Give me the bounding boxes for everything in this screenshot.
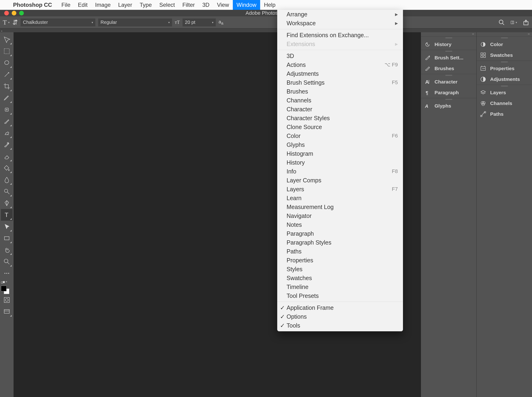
menuitem-application-frame[interactable]: ✓Application Frame — [277, 303, 403, 312]
menuitem-layers[interactable]: LayersF7 — [277, 185, 403, 194]
panel-tab-layers[interactable]: Layers — [477, 87, 532, 98]
panel-grip[interactable] — [421, 74, 476, 76]
menuitem-brush-settings[interactable]: Brush SettingsF5 — [277, 78, 403, 87]
menuitem-character-styles[interactable]: Character Styles — [277, 114, 403, 123]
move-tool[interactable] — [1, 34, 13, 45]
share-button[interactable] — [523, 19, 529, 26]
panel-tab-properties[interactable]: Properties — [477, 63, 532, 74]
panel-tab-character[interactable]: ACharacter — [421, 76, 476, 87]
menuitem-actions[interactable]: Actions⌥ F9 — [277, 60, 403, 69]
menu-file[interactable]: File — [58, 0, 74, 10]
collapse-panels-button[interactable]: ‹‹ — [421, 32, 476, 37]
search-button[interactable] — [498, 19, 505, 26]
menu-image[interactable]: Image — [92, 0, 115, 10]
menuitem-history[interactable]: History — [277, 158, 403, 167]
collapse-panels-button[interactable]: ‹‹ — [477, 32, 532, 37]
font-size-dropdown[interactable]: 20 pt ▾ — [183, 19, 216, 26]
zoom-tool[interactable] — [1, 256, 13, 267]
swap-default-colors[interactable] — [1, 280, 9, 284]
menu-view[interactable]: View — [213, 0, 233, 10]
menu-select[interactable]: Select — [155, 0, 179, 10]
marquee-tool[interactable] — [1, 45, 13, 57]
menuitem-glyphs[interactable]: Glyphs — [277, 140, 403, 149]
menuitem-notes[interactable]: Notes — [277, 220, 403, 229]
panel-tab-brushes[interactable]: Brushes — [421, 63, 476, 74]
menu-edit[interactable]: Edit — [74, 0, 91, 10]
menuitem-find-extensions-on-exchange[interactable]: Find Extensions on Exchange... — [277, 31, 403, 39]
menu-3d[interactable]: 3D — [199, 0, 214, 10]
menuitem-3d[interactable]: 3D — [277, 51, 403, 60]
menuitem-histogram[interactable]: Histogram — [277, 149, 403, 158]
rectangle-tool[interactable] — [1, 232, 13, 244]
panel-tab-color[interactable]: Color — [477, 39, 532, 50]
screen-mode-toggle[interactable] — [1, 306, 13, 317]
menuitem-brushes[interactable]: Brushes — [277, 87, 403, 96]
menuitem-paths[interactable]: Paths — [277, 247, 403, 256]
panel-tab-channels[interactable]: Channels — [477, 98, 532, 109]
menuitem-learn[interactable]: Learn — [277, 194, 403, 203]
panel-tab-brush-sett[interactable]: Brush Sett... — [421, 52, 476, 63]
menu-help[interactable]: Help — [260, 0, 279, 10]
blur-tool[interactable] — [1, 174, 13, 186]
text-orientation-toggle[interactable]: ⇵T — [12, 19, 18, 26]
panel-tab-history[interactable]: History — [421, 39, 476, 50]
hand-tool[interactable] — [1, 244, 13, 256]
panel-tab-swatches[interactable]: Swatches — [477, 50, 532, 61]
more-tools[interactable] — [1, 267, 13, 279]
menuitem-properties[interactable]: Properties — [277, 256, 403, 265]
menuitem-paragraph-styles[interactable]: Paragraph Styles — [277, 238, 403, 247]
panel-tab-glyphs[interactable]: AGlyphs — [421, 100, 476, 111]
expand-docs-icon[interactable]: » — [0, 30, 2, 32]
clone-stamp-tool[interactable] — [1, 127, 13, 139]
panel-grip[interactable] — [477, 37, 532, 39]
panel-grip[interactable] — [421, 37, 476, 39]
menu-window[interactable]: Window — [233, 0, 260, 10]
menuitem-character[interactable]: Character — [277, 105, 403, 114]
pen-tool[interactable] — [1, 197, 13, 209]
tool-preset-picker[interactable]: T ▾ — [3, 19, 10, 26]
fg-bg-swatches[interactable] — [1, 286, 9, 294]
menuitem-timeline[interactable]: Timeline — [277, 282, 403, 291]
anti-alias-dropdown[interactable]: aa — [219, 19, 223, 26]
panel-tab-paragraph[interactable]: ¶Paragraph — [421, 87, 476, 98]
font-family-dropdown[interactable]: Chalkduster ▾ — [21, 19, 95, 26]
paint-bucket-tool[interactable] — [1, 162, 13, 174]
menuitem-tool-presets[interactable]: Tool Presets — [277, 291, 403, 300]
menu-filter[interactable]: Filter — [179, 0, 198, 10]
menuitem-color[interactable]: ColorF6 — [277, 131, 403, 140]
menuitem-tools[interactable]: ✓Tools — [277, 321, 403, 330]
menuitem-clone-source[interactable]: Clone Source — [277, 123, 403, 131]
quick-mask-toggle[interactable] — [1, 294, 13, 306]
menuitem-arrange[interactable]: Arrange▶ — [277, 10, 403, 19]
panel-grip[interactable] — [477, 85, 532, 87]
menu-type[interactable]: Type — [136, 0, 155, 10]
window-zoom-button[interactable] — [19, 11, 24, 15]
path-select-tool[interactable] — [1, 221, 13, 232]
workspace-switcher[interactable]: ▾ — [510, 19, 517, 26]
history-brush-tool[interactable] — [1, 139, 13, 151]
menuitem-styles[interactable]: Styles — [277, 265, 403, 273]
dodge-tool[interactable] — [1, 186, 13, 197]
menuitem-paragraph[interactable]: Paragraph — [277, 229, 403, 238]
brush-tool[interactable] — [1, 116, 13, 127]
panel-tab-paths[interactable]: Paths — [477, 109, 532, 119]
menuitem-swatches[interactable]: Swatches — [277, 273, 403, 282]
panel-grip[interactable] — [421, 98, 476, 100]
menu-layer[interactable]: Layer — [114, 0, 136, 10]
window-minimize-button[interactable] — [12, 11, 16, 15]
menuitem-options[interactable]: ✓Options — [277, 312, 403, 321]
crop-tool[interactable] — [1, 81, 13, 92]
panel-grip[interactable] — [421, 50, 476, 52]
magic-wand-tool[interactable] — [1, 69, 13, 81]
font-style-dropdown[interactable]: Regular ▾ — [98, 19, 172, 26]
eraser-tool[interactable] — [1, 151, 13, 162]
menuitem-channels[interactable]: Channels — [277, 96, 403, 105]
menuitem-workspace[interactable]: Workspace▶ — [277, 19, 403, 28]
app-name[interactable]: Photoshop CC — [13, 2, 52, 8]
menuitem-info[interactable]: InfoF8 — [277, 167, 403, 176]
menuitem-adjustments[interactable]: Adjustments — [277, 69, 403, 78]
healing-brush-tool[interactable] — [1, 104, 13, 116]
menuitem-navigator[interactable]: Navigator — [277, 211, 403, 220]
menuitem-measurement-log[interactable]: Measurement Log — [277, 203, 403, 211]
menuitem-layer-comps[interactable]: Layer Comps — [277, 176, 403, 185]
